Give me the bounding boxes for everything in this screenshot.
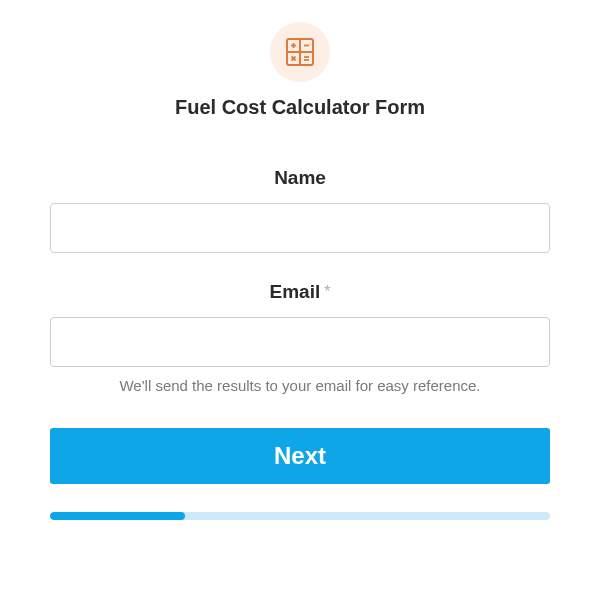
name-input[interactable] [50, 203, 550, 253]
next-button[interactable]: Next [50, 428, 550, 484]
progress-bar [50, 512, 550, 520]
progress-fill [50, 512, 185, 520]
email-input[interactable] [50, 317, 550, 367]
calculator-icon-circle [270, 22, 330, 82]
form-container: Fuel Cost Calculator Form Name Email * W… [50, 22, 550, 600]
name-label-text: Name [274, 167, 326, 189]
required-mark: * [324, 283, 330, 301]
email-label: Email * [270, 281, 331, 303]
name-field-group: Name [50, 167, 550, 253]
form-title: Fuel Cost Calculator Form [175, 96, 425, 119]
name-label: Name [274, 167, 326, 189]
calculator-icon [285, 37, 315, 67]
email-field-group: Email * We'll send the results to your e… [50, 281, 550, 394]
email-label-text: Email [270, 281, 321, 303]
email-helper-text: We'll send the results to your email for… [119, 377, 480, 394]
